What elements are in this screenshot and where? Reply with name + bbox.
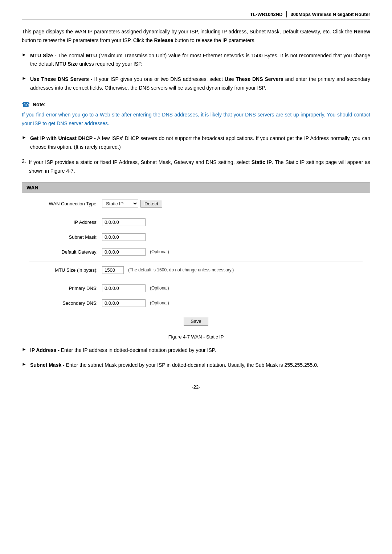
bullet-dns-content: Use These DNS Servers - If your ISP give… [30, 75, 370, 93]
wan-default-gateway-input[interactable] [102, 248, 146, 256]
bullet-dns-bold: Use These DNS Servers - [30, 76, 93, 82]
bullet-arrow-5: ► [22, 361, 26, 367]
page: TL-WR1042ND 300Mbps Wireless N Gigabit R… [0, 0, 392, 554]
wan-ip-address-label: IP Address: [29, 219, 102, 225]
wan-subnet-mask-input[interactable] [102, 233, 146, 241]
wan-primary-dns-row: Primary DNS: (Optional) [29, 283, 363, 294]
numbered-item-2: 2. If your ISP provides a static or fixe… [22, 158, 370, 176]
figure-caption: Figure 4-7 WAN - Static IP [22, 334, 370, 340]
wan-subnet-mask-label: Subnet Mask: [29, 234, 102, 240]
header-product: 300Mbps Wireless N Gigabit Router [291, 12, 371, 17]
wan-divider-4 [29, 313, 363, 313]
note-icon: ☎ [22, 100, 30, 108]
bullet-arrow-1: ► [22, 52, 26, 57]
wan-connection-type-content: Static IP Dynamic IP PPPoE Detect [102, 200, 162, 208]
header-bar: TL-WR1042ND 300Mbps Wireless N Gigabit R… [22, 11, 370, 20]
wan-mtu-note: (The default is 1500, do not change unle… [128, 267, 234, 272]
note-header: ☎ Note: [22, 100, 370, 108]
bullet-unicast-content: Get IP with Unicast DHCP - A few ISPs' D… [30, 134, 370, 152]
wan-default-gateway-row: Default Gateway: (Optional) [29, 247, 363, 257]
wan-connection-type-select[interactable]: Static IP Dynamic IP PPPoE [102, 200, 138, 208]
wan-default-gateway-label: Default Gateway: [29, 249, 102, 255]
bullet-ip-address-bold: IP Address - [30, 347, 60, 353]
bullet-arrow-3: ► [22, 135, 26, 140]
note-body: If you find error when you go to a Web s… [22, 111, 370, 128]
save-button[interactable]: Save [184, 317, 208, 326]
wan-title: WAN [22, 182, 370, 193]
note-section: ☎ Note: If you find error when you go to… [22, 100, 370, 128]
wan-secondary-dns-label: Secondary DNS: [29, 300, 102, 306]
wan-box: WAN WAN Connection Type: Static IP Dynam… [22, 182, 370, 331]
wan-subnet-mask-content [102, 233, 146, 241]
note-label: Note: [33, 102, 46, 107]
intro-paragraph: This page displays the WAN IP parameters… [22, 28, 370, 45]
wan-secondary-dns-input[interactable] [102, 299, 146, 307]
bullet-ip-address-content: IP Address - Enter the IP address in dot… [30, 346, 216, 355]
bullet-subnet-mask: ► Subnet Mask - Enter the subnet Mask pr… [22, 361, 370, 370]
wan-divider-2 [29, 262, 363, 262]
wan-secondary-dns-row: Secondary DNS: (Optional) [29, 298, 363, 308]
wan-primary-dns-input[interactable] [102, 284, 146, 292]
bullet-subnet-mask-bold: Subnet Mask - [30, 362, 65, 368]
bullet-ip-address: ► IP Address - Enter the IP address in d… [22, 346, 370, 355]
wan-divider-1 [29, 214, 363, 214]
bullet-mtu: ► MTU Size - The normal MTU (Maximum Tra… [22, 52, 370, 69]
bullet-mtu-content: MTU Size - The normal MTU (Maximum Trans… [30, 52, 370, 69]
numbered-label-2: 2. [22, 158, 26, 164]
detect-button[interactable]: Detect [140, 200, 162, 208]
page-number: -22- [22, 384, 370, 390]
wan-primary-dns-label: Primary DNS: [29, 286, 102, 291]
bullet-arrow-2: ► [22, 75, 26, 81]
wan-connection-type-row: WAN Connection Type: Static IP Dynamic I… [29, 198, 363, 209]
wan-secondary-dns-note: (Optional) [150, 300, 169, 305]
wan-mtu-row: MTU Size (in bytes): (The default is 150… [29, 265, 363, 275]
wan-ip-address-content [102, 218, 146, 226]
wan-primary-dns-content: (Optional) [102, 284, 169, 292]
wan-mtu-input[interactable] [102, 266, 124, 274]
wan-divider-3 [29, 280, 363, 280]
wan-ip-address-input[interactable] [102, 218, 146, 226]
wan-body: WAN Connection Type: Static IP Dynamic I… [22, 193, 370, 331]
wan-mtu-content: (The default is 1500, do not change unle… [102, 266, 234, 274]
wan-primary-dns-note: (Optional) [150, 286, 169, 291]
wan-mtu-label: MTU Size (in bytes): [29, 267, 102, 273]
bullet-mtu-bold: MTU Size - [30, 53, 57, 58]
wan-save-row: Save [29, 317, 363, 326]
wan-subnet-mask-row: Subnet Mask: [29, 232, 363, 242]
wan-default-gateway-note: (Optional) [150, 249, 169, 254]
bullet-unicast-bold: Get IP with Unicast DHCP - [30, 135, 96, 141]
header-model: TL-WR1042ND [250, 12, 283, 17]
bullet-subnet-mask-content: Subnet Mask - Enter the subnet Mask prov… [30, 361, 318, 370]
wan-ip-address-row: IP Address: [29, 217, 363, 227]
bullet-unicast: ► Get IP with Unicast DHCP - A few ISPs'… [22, 134, 370, 152]
numbered-content-2: If your ISP provides a static or fixed I… [29, 158, 370, 176]
wan-connection-type-label: WAN Connection Type: [29, 201, 102, 206]
header-divider [286, 11, 287, 17]
bullet-arrow-4: ► [22, 346, 26, 352]
wan-default-gateway-content: (Optional) [102, 248, 169, 256]
bullet-dns: ► Use These DNS Servers - If your ISP gi… [22, 75, 370, 93]
wan-secondary-dns-content: (Optional) [102, 299, 169, 307]
